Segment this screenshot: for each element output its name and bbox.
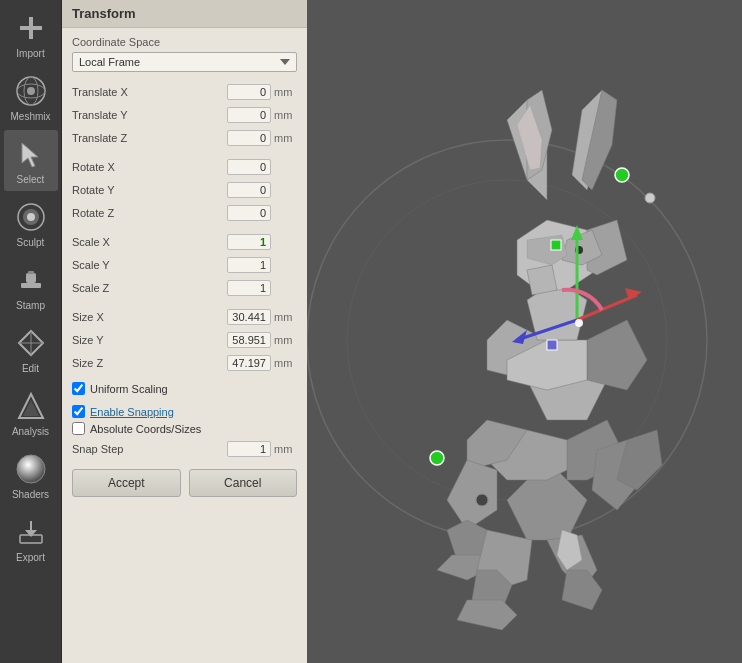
cancel-button[interactable]: Cancel <box>189 469 298 497</box>
size-x-label: Size X <box>72 311 227 323</box>
snap-step-unit: mm <box>271 443 297 455</box>
size-y-label: Size Y <box>72 334 227 346</box>
enable-snapping-label[interactable]: Enable Snapping <box>90 406 174 418</box>
plus-icon <box>13 10 49 46</box>
transform-panel: Transform Coordinate Space Local Frame T… <box>62 0 307 663</box>
size-y-unit: mm <box>271 334 297 346</box>
sidebar-item-shaders[interactable]: Shaders <box>4 445 58 506</box>
sidebar-item-analysis[interactable]: Analysis <box>4 382 58 443</box>
sidebar-item-stamp[interactable]: Stamp <box>4 256 58 317</box>
svg-point-5 <box>27 87 35 95</box>
panel-title: Transform <box>62 0 307 28</box>
sidebar-item-label: Import <box>16 48 44 59</box>
sidebar-item-edit[interactable]: Edit <box>4 319 58 380</box>
sidebar-item-label: Export <box>16 552 45 563</box>
edit-icon <box>13 325 49 361</box>
snap-step-label: Snap Step <box>72 443 227 455</box>
size-z-unit: mm <box>271 357 297 369</box>
accept-button[interactable]: Accept <box>72 469 181 497</box>
stamp-icon <box>13 262 49 298</box>
scale-y-row: Scale Y <box>72 255 297 275</box>
svg-marker-36 <box>527 265 557 295</box>
svg-rect-68 <box>547 340 557 350</box>
size-x-unit: mm <box>271 311 297 323</box>
svg-point-65 <box>430 451 444 465</box>
uniform-scaling-row: Uniform Scaling <box>72 382 297 395</box>
translate-x-input[interactable] <box>227 84 271 100</box>
svg-point-64 <box>645 193 655 203</box>
scale-z-row: Scale Z <box>72 278 297 298</box>
svg-marker-21 <box>25 530 37 537</box>
svg-rect-1 <box>20 26 42 30</box>
translate-y-label: Translate Y <box>72 109 227 121</box>
scale-x-row: Scale X <box>72 232 297 252</box>
size-y-input[interactable] <box>227 332 271 348</box>
svg-rect-67 <box>551 240 561 250</box>
svg-marker-6 <box>22 143 38 167</box>
rotate-x-row: Rotate X <box>72 157 297 177</box>
size-x-input[interactable] <box>227 309 271 325</box>
absolute-coords-checkbox[interactable] <box>72 422 85 435</box>
rotate-y-input[interactable] <box>227 182 271 198</box>
svg-point-63 <box>615 168 629 182</box>
coord-space-select[interactable]: Local Frame <box>72 52 297 72</box>
sidebar-item-label: Select <box>17 174 45 185</box>
size-x-row: Size X mm <box>72 307 297 327</box>
translate-y-input[interactable] <box>227 107 271 123</box>
sculpt-icon <box>13 199 49 235</box>
snap-step-row: Snap Step mm <box>72 439 297 459</box>
viewport[interactable] <box>307 0 742 663</box>
translate-z-unit: mm <box>271 132 297 144</box>
svg-point-18 <box>17 455 45 483</box>
translate-x-row: Translate X mm <box>72 82 297 102</box>
sidebar-item-meshmix[interactable]: Meshmix <box>4 67 58 128</box>
absolute-coords-label[interactable]: Absolute Coords/Sizes <box>90 423 201 435</box>
svg-point-9 <box>27 213 35 221</box>
sidebar-item-label: Edit <box>22 363 39 374</box>
sidebar-item-import[interactable]: Import <box>4 4 58 65</box>
sidebar-item-export[interactable]: Export <box>4 508 58 569</box>
scale-z-input[interactable] <box>227 280 271 296</box>
rotate-x-input[interactable] <box>227 159 271 175</box>
snap-step-input[interactable] <box>227 441 271 457</box>
size-z-input[interactable] <box>227 355 271 371</box>
size-z-label: Size Z <box>72 357 227 369</box>
uniform-scaling-label[interactable]: Uniform Scaling <box>90 383 168 395</box>
sidebar-item-label: Stamp <box>16 300 45 311</box>
meshmix-icon <box>13 73 49 109</box>
translate-z-label: Translate Z <box>72 132 227 144</box>
translate-y-row: Translate Y mm <box>72 105 297 125</box>
analysis-icon <box>13 388 49 424</box>
coord-space-label: Coordinate Space <box>72 36 297 48</box>
enable-snapping-checkbox[interactable] <box>72 405 85 418</box>
shaders-icon <box>13 451 49 487</box>
export-icon <box>13 514 49 550</box>
translate-y-unit: mm <box>271 109 297 121</box>
scale-x-label: Scale X <box>72 236 227 248</box>
sidebar-item-select[interactable]: Select <box>4 130 58 191</box>
rotate-y-row: Rotate Y <box>72 180 297 200</box>
rotate-x-label: Rotate X <box>72 161 227 173</box>
enable-snapping-row: Enable Snapping <box>72 405 297 418</box>
sidebar: Import Meshmix Select S <box>0 0 62 663</box>
scale-y-input[interactable] <box>227 257 271 273</box>
rotate-z-input[interactable] <box>227 205 271 221</box>
svg-rect-11 <box>26 273 36 283</box>
scale-x-input[interactable] <box>227 234 271 250</box>
svg-rect-12 <box>28 271 34 274</box>
button-row: Accept Cancel <box>72 469 297 497</box>
size-y-row: Size Y mm <box>72 330 297 350</box>
translate-x-label: Translate X <box>72 86 227 98</box>
rotate-z-label: Rotate Z <box>72 207 227 219</box>
absolute-coords-row: Absolute Coords/Sizes <box>72 422 297 435</box>
sidebar-item-sculpt[interactable]: Sculpt <box>4 193 58 254</box>
select-icon <box>13 136 49 172</box>
scale-y-label: Scale Y <box>72 259 227 271</box>
svg-rect-10 <box>21 283 41 288</box>
svg-point-66 <box>476 494 488 506</box>
uniform-scaling-checkbox[interactable] <box>72 382 85 395</box>
svg-marker-17 <box>23 400 39 416</box>
sidebar-item-label: Sculpt <box>17 237 45 248</box>
translate-z-input[interactable] <box>227 130 271 146</box>
rotate-y-label: Rotate Y <box>72 184 227 196</box>
